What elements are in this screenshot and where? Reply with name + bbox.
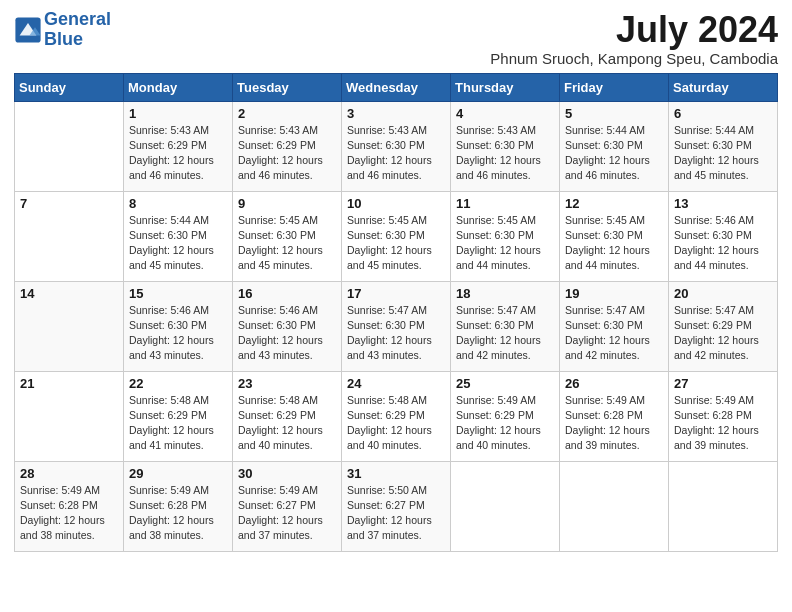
calendar-week-row: 1415Sunrise: 5:46 AMSunset: 6:30 PMDayli… [15,281,778,371]
day-number: 2 [238,106,337,121]
table-row: 28Sunrise: 5:49 AMSunset: 6:28 PMDayligh… [15,461,124,551]
table-row: 30Sunrise: 5:49 AMSunset: 6:27 PMDayligh… [233,461,342,551]
day-number: 9 [238,196,337,211]
day-number: 19 [565,286,664,301]
calendar-week-row: 2122Sunrise: 5:48 AMSunset: 6:29 PMDayli… [15,371,778,461]
day-number: 23 [238,376,337,391]
table-row [560,461,669,551]
table-row: 24Sunrise: 5:48 AMSunset: 6:29 PMDayligh… [342,371,451,461]
day-number: 6 [674,106,773,121]
day-info: Sunrise: 5:49 AMSunset: 6:28 PMDaylight:… [129,483,228,544]
calendar-week-row: 1Sunrise: 5:43 AMSunset: 6:29 PMDaylight… [15,101,778,191]
day-info: Sunrise: 5:46 AMSunset: 6:30 PMDaylight:… [129,303,228,364]
day-number: 18 [456,286,555,301]
table-row [15,101,124,191]
table-row: 4Sunrise: 5:43 AMSunset: 6:30 PMDaylight… [451,101,560,191]
day-info: Sunrise: 5:47 AMSunset: 6:30 PMDaylight:… [347,303,446,364]
month-title: July 2024 [490,10,778,50]
day-number: 27 [674,376,773,391]
day-number: 16 [238,286,337,301]
table-row: 12Sunrise: 5:45 AMSunset: 6:30 PMDayligh… [560,191,669,281]
day-info: Sunrise: 5:46 AMSunset: 6:30 PMDaylight:… [674,213,773,274]
table-row: 31Sunrise: 5:50 AMSunset: 6:27 PMDayligh… [342,461,451,551]
day-info: Sunrise: 5:46 AMSunset: 6:30 PMDaylight:… [238,303,337,364]
table-row [669,461,778,551]
day-info: Sunrise: 5:45 AMSunset: 6:30 PMDaylight:… [347,213,446,274]
day-number: 13 [674,196,773,211]
table-row: 8Sunrise: 5:44 AMSunset: 6:30 PMDaylight… [124,191,233,281]
logo: General Blue [14,10,111,50]
col-monday: Monday [124,73,233,101]
day-number: 5 [565,106,664,121]
day-info: Sunrise: 5:49 AMSunset: 6:28 PMDaylight:… [20,483,119,544]
day-info: Sunrise: 5:48 AMSunset: 6:29 PMDaylight:… [129,393,228,454]
table-row: 27Sunrise: 5:49 AMSunset: 6:28 PMDayligh… [669,371,778,461]
calendar-week-row: 28Sunrise: 5:49 AMSunset: 6:28 PMDayligh… [15,461,778,551]
calendar-week-row: 78Sunrise: 5:44 AMSunset: 6:30 PMDayligh… [15,191,778,281]
col-wednesday: Wednesday [342,73,451,101]
logo-text: General Blue [44,10,111,50]
day-number: 17 [347,286,446,301]
table-row: 3Sunrise: 5:43 AMSunset: 6:30 PMDaylight… [342,101,451,191]
day-info: Sunrise: 5:50 AMSunset: 6:27 PMDaylight:… [347,483,446,544]
day-number: 20 [674,286,773,301]
table-row: 18Sunrise: 5:47 AMSunset: 6:30 PMDayligh… [451,281,560,371]
day-info: Sunrise: 5:44 AMSunset: 6:30 PMDaylight:… [129,213,228,274]
table-row: 25Sunrise: 5:49 AMSunset: 6:29 PMDayligh… [451,371,560,461]
day-number: 24 [347,376,446,391]
table-row: 14 [15,281,124,371]
table-row: 13Sunrise: 5:46 AMSunset: 6:30 PMDayligh… [669,191,778,281]
day-info: Sunrise: 5:47 AMSunset: 6:30 PMDaylight:… [456,303,555,364]
table-row: 16Sunrise: 5:46 AMSunset: 6:30 PMDayligh… [233,281,342,371]
day-number: 8 [129,196,228,211]
day-number: 12 [565,196,664,211]
table-row: 9Sunrise: 5:45 AMSunset: 6:30 PMDaylight… [233,191,342,281]
table-row: 20Sunrise: 5:47 AMSunset: 6:29 PMDayligh… [669,281,778,371]
table-row: 1Sunrise: 5:43 AMSunset: 6:29 PMDaylight… [124,101,233,191]
table-row: 19Sunrise: 5:47 AMSunset: 6:30 PMDayligh… [560,281,669,371]
logo-line2: Blue [44,29,83,49]
day-number: 7 [20,196,119,211]
day-info: Sunrise: 5:47 AMSunset: 6:29 PMDaylight:… [674,303,773,364]
calendar-table: Sunday Monday Tuesday Wednesday Thursday… [14,73,778,552]
day-number: 3 [347,106,446,121]
day-number: 4 [456,106,555,121]
table-row: 29Sunrise: 5:49 AMSunset: 6:28 PMDayligh… [124,461,233,551]
day-info: Sunrise: 5:48 AMSunset: 6:29 PMDaylight:… [238,393,337,454]
day-info: Sunrise: 5:49 AMSunset: 6:27 PMDaylight:… [238,483,337,544]
table-row: 7 [15,191,124,281]
day-info: Sunrise: 5:43 AMSunset: 6:29 PMDaylight:… [129,123,228,184]
location-title: Phnum Sruoch, Kampong Speu, Cambodia [490,50,778,67]
col-saturday: Saturday [669,73,778,101]
table-row: 22Sunrise: 5:48 AMSunset: 6:29 PMDayligh… [124,371,233,461]
day-number: 22 [129,376,228,391]
day-number: 30 [238,466,337,481]
day-number: 21 [20,376,119,391]
day-info: Sunrise: 5:45 AMSunset: 6:30 PMDaylight:… [238,213,337,274]
day-number: 31 [347,466,446,481]
day-info: Sunrise: 5:47 AMSunset: 6:30 PMDaylight:… [565,303,664,364]
table-row: 11Sunrise: 5:45 AMSunset: 6:30 PMDayligh… [451,191,560,281]
day-number: 25 [456,376,555,391]
day-info: Sunrise: 5:48 AMSunset: 6:29 PMDaylight:… [347,393,446,454]
day-info: Sunrise: 5:49 AMSunset: 6:28 PMDaylight:… [674,393,773,454]
day-number: 15 [129,286,228,301]
table-row: 2Sunrise: 5:43 AMSunset: 6:29 PMDaylight… [233,101,342,191]
day-info: Sunrise: 5:45 AMSunset: 6:30 PMDaylight:… [456,213,555,274]
col-thursday: Thursday [451,73,560,101]
day-info: Sunrise: 5:44 AMSunset: 6:30 PMDaylight:… [674,123,773,184]
col-tuesday: Tuesday [233,73,342,101]
table-row: 15Sunrise: 5:46 AMSunset: 6:30 PMDayligh… [124,281,233,371]
table-row [451,461,560,551]
day-info: Sunrise: 5:49 AMSunset: 6:29 PMDaylight:… [456,393,555,454]
day-info: Sunrise: 5:43 AMSunset: 6:29 PMDaylight:… [238,123,337,184]
day-number: 26 [565,376,664,391]
table-row: 23Sunrise: 5:48 AMSunset: 6:29 PMDayligh… [233,371,342,461]
day-number: 28 [20,466,119,481]
day-number: 11 [456,196,555,211]
logo-icon [14,16,42,44]
calendar-header-row: Sunday Monday Tuesday Wednesday Thursday… [15,73,778,101]
table-row: 5Sunrise: 5:44 AMSunset: 6:30 PMDaylight… [560,101,669,191]
day-info: Sunrise: 5:45 AMSunset: 6:30 PMDaylight:… [565,213,664,274]
table-row: 21 [15,371,124,461]
